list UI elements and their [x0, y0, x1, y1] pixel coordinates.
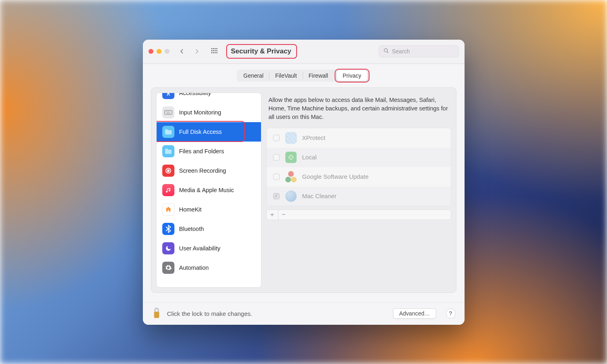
app-row[interactable]: Google Software Update [267, 167, 451, 186]
bluetooth-icon [162, 223, 174, 235]
lock-text: Click the lock to make changes. [167, 310, 253, 317]
svg-point-2 [214, 48, 216, 49]
sidebar-item-homekit[interactable]: HomeKit [157, 200, 261, 219]
app-name: Local [302, 154, 317, 161]
tab-label: Privacy [343, 72, 361, 79]
sidebar-item-label: Media & Apple Music [179, 187, 234, 193]
sidebar-item-input-monitoring[interactable]: Input Monitoring [157, 103, 261, 122]
tab-general[interactable]: General [238, 70, 269, 81]
gear-icon [162, 262, 174, 274]
svg-rect-15 [164, 110, 172, 114]
help-button[interactable]: ? [446, 309, 456, 318]
add-remove-control: + − [266, 210, 451, 220]
app-permission-list: XProtect Local Google Soft [266, 128, 451, 206]
tab-firewall[interactable]: Firewall [303, 70, 334, 81]
tab-label: Firewall [309, 72, 328, 79]
svg-point-0 [211, 48, 212, 49]
app-name: XProtect [302, 134, 326, 141]
svg-point-11 [216, 52, 217, 53]
sidebar-item-label: Screen Recording [179, 167, 226, 174]
svg-point-6 [214, 50, 216, 51]
svg-rect-23 [289, 155, 293, 159]
app-name: Google Software Update [302, 173, 369, 180]
sidebar-item-files-and-folders[interactable]: Files and Folders [157, 142, 261, 161]
svg-point-4 [211, 50, 212, 51]
app-row[interactable]: XProtect [267, 128, 451, 148]
sidebar-item-label: HomeKit [179, 206, 202, 213]
sidebar-item-label: Files and Folders [179, 148, 224, 154]
minimize-button[interactable] [157, 49, 161, 54]
window-title: Security & Privacy [231, 47, 291, 55]
app-row[interactable]: Mac Cleaner [267, 186, 451, 206]
forward-button[interactable] [191, 46, 203, 57]
search-input[interactable] [392, 48, 454, 55]
footer: Click the lock to make changes. Advanced… [143, 302, 465, 325]
svg-line-13 [387, 52, 388, 53]
svg-point-1 [213, 48, 214, 49]
sidebar-item-media-apple-music[interactable]: Media & Apple Music [157, 180, 261, 200]
svg-point-10 [214, 52, 216, 53]
permission-checkbox[interactable] [273, 135, 280, 141]
permission-checkbox[interactable] [273, 154, 280, 161]
search-icon [383, 48, 389, 55]
app-icon [285, 190, 297, 202]
title-annotation-highlight: Security & Privacy [226, 44, 297, 59]
sidebar-item-label: Accessibility [179, 93, 211, 96]
app-row[interactable]: Local [267, 148, 451, 167]
sidebar-item-label: Automation [179, 265, 209, 271]
svg-point-5 [213, 50, 214, 51]
tab-label: FileVault [275, 72, 297, 79]
home-icon [162, 203, 174, 216]
app-icon [285, 132, 297, 144]
search-field[interactable] [379, 45, 459, 57]
close-button[interactable] [149, 49, 153, 54]
svg-point-9 [213, 52, 214, 53]
sidebar-item-label: Input Monitoring [179, 109, 221, 116]
privacy-category-list[interactable]: Accessibility Input Monitoring Full Disk… [156, 93, 261, 288]
sidebar-item-user-availability[interactable]: User Availability [157, 239, 261, 258]
folder-icon [162, 145, 174, 157]
titlebar: Security & Privacy [143, 40, 465, 64]
sidebar-item-screen-recording[interactable]: Screen Recording [157, 161, 261, 180]
remove-button[interactable]: − [278, 210, 289, 220]
sidebar-item-accessibility[interactable]: Accessibility [157, 93, 261, 103]
tab-annotation-highlight: Privacy [335, 69, 369, 83]
tab-bar: General FileVault Firewall Privacy [143, 64, 465, 85]
music-icon [162, 184, 174, 196]
svg-point-3 [216, 48, 217, 49]
window-controls [149, 49, 170, 54]
sidebar-item-automation[interactable]: Automation [157, 258, 261, 277]
advanced-button[interactable]: Advanced… [393, 308, 436, 319]
record-icon [162, 165, 174, 177]
svg-point-7 [216, 50, 217, 51]
moon-icon [162, 242, 174, 254]
keyboard-icon [162, 106, 174, 119]
app-icon [285, 171, 297, 182]
tab-filevault[interactable]: FileVault [270, 70, 302, 81]
sidebar-item-label: Full Disk Access [179, 129, 222, 135]
add-button[interactable]: + [267, 210, 278, 220]
tab-privacy[interactable]: Privacy [337, 70, 367, 81]
lock-icon[interactable] [152, 307, 161, 320]
svg-point-8 [211, 52, 212, 53]
detail-description: Allow the apps below to access data like… [266, 93, 451, 128]
accessibility-icon [162, 93, 174, 99]
sidebar-item-bluetooth[interactable]: Bluetooth [157, 219, 261, 239]
system-preferences-window: Security & Privacy General FileVault Fir… [143, 40, 465, 325]
permission-checkbox[interactable] [273, 193, 280, 199]
folder-icon [162, 126, 174, 138]
svg-point-22 [167, 169, 169, 171]
sidebar-item-label: User Availability [179, 245, 221, 252]
content-pane: Accessibility Input Monitoring Full Disk… [151, 87, 456, 293]
sidebar-item-full-disk-access[interactable]: Full Disk Access [157, 122, 261, 142]
zoom-button-disabled [165, 49, 170, 54]
back-button[interactable] [176, 46, 187, 57]
tab-label: General [243, 72, 263, 79]
app-icon [285, 152, 297, 163]
app-name: Mac Cleaner [302, 193, 337, 199]
show-all-button[interactable] [209, 46, 220, 57]
detail-pane: Allow the apps below to access data like… [266, 93, 451, 288]
permission-checkbox[interactable] [273, 174, 280, 180]
sidebar-item-label: Bluetooth [179, 226, 204, 232]
